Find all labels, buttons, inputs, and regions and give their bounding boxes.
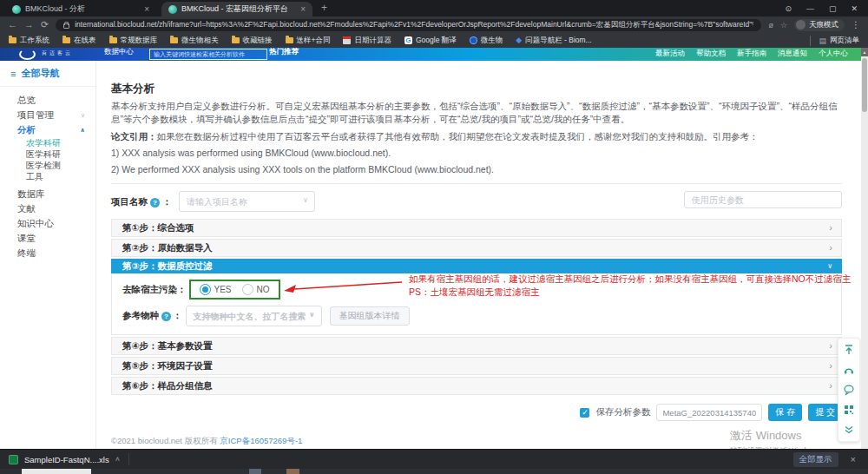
radio-no-label: NO: [257, 285, 270, 294]
radio-yes[interactable]: YES: [200, 284, 232, 295]
radio-no[interactable]: NO: [242, 284, 270, 295]
site-search-input[interactable]: 输入关键词快速检索相关分析软件: [149, 49, 267, 60]
folder-icon: [286, 37, 293, 43]
species-label: 参考物种: [122, 310, 159, 322]
help-icon[interactable]: ?: [150, 198, 160, 207]
bookmark-folder[interactable]: 微生物相关: [170, 36, 219, 46]
main-content: 基本分析 基本分析支持用户自定义参数进行分析。可自定义宏基因组基本分析的主要参数…: [111, 76, 842, 421]
save-params-checkbox[interactable]: ✓: [580, 408, 589, 418]
sidebar-item-classroom[interactable]: 课堂: [0, 231, 95, 246]
step-5-env-factors[interactable]: 第⑤步：环境因子设置›: [111, 357, 842, 375]
citation-ref-1: 1) XXX analysis was performed using BMKC…: [111, 148, 842, 159]
params-name-input[interactable]: [656, 404, 762, 421]
data-center-link[interactable]: 数据中心: [104, 48, 134, 57]
bmkcloud-favicon: [12, 5, 21, 14]
radio-selected-icon[interactable]: [200, 284, 211, 295]
address-bar[interactable]: international.biocloud.net/zh/iframe?url…: [56, 19, 761, 31]
bookmark-folder[interactable]: 在线表: [62, 36, 96, 46]
species-placeholder: 支持物种中文名、拉丁名搜索: [194, 311, 306, 323]
folder-icon: [9, 37, 16, 43]
help-icon[interactable]: ?: [161, 312, 171, 321]
step-4-basic-params[interactable]: 第④步：基本参数设置›: [111, 337, 842, 355]
browser-menu-icon[interactable]: ⋮: [852, 20, 860, 30]
bookmark-label: 在线表: [74, 36, 96, 46]
password-eye-icon[interactable]: ø: [768, 21, 773, 30]
bookmarks-bar: 工作系统 在线表 常规数据库 微生物相关 收藏链接 送样+合同 日期计算器 GG…: [0, 33, 868, 49]
sidebar-item-literature[interactable]: 文献: [0, 201, 95, 216]
download-file-name[interactable]: SampleID-FastqN....xls: [24, 455, 109, 464]
bookmark-folder[interactable]: 收藏链接: [232, 36, 273, 46]
radio-unselected-icon[interactable]: [242, 284, 253, 295]
chat-bubble-icon[interactable]: [843, 384, 855, 396]
double-chevron-down-icon[interactable]: [843, 424, 855, 436]
sidebar-item-terminal[interactable]: 终端: [0, 246, 95, 260]
reading-list-label: 网页清单: [830, 36, 859, 46]
sidebar-item-medical-research[interactable]: 医学科研: [0, 148, 95, 160]
step-2-raw-data-import[interactable]: 第②步：原始数据导入›: [111, 239, 842, 257]
sidebar-item-knowledge[interactable]: 知识中心: [0, 216, 95, 231]
sidebar-item-analysis[interactable]: 分析∧: [0, 122, 95, 137]
sidebar-item-overview[interactable]: 总览: [0, 93, 95, 108]
bookmark-star-icon[interactable]: ☆: [780, 21, 787, 30]
customer-service-icon[interactable]: [843, 364, 855, 376]
reading-list-button[interactable]: ▤网页清单: [810, 36, 859, 46]
nav-item[interactable]: 个人中心: [819, 49, 848, 59]
bookmark-folder[interactable]: 常规数据库: [109, 36, 158, 46]
bookmark-biom-nav[interactable]: ◆问题导航栏 - Biom...: [516, 36, 591, 46]
close-download-bar-icon[interactable]: ×: [851, 454, 856, 464]
tab-close-icon[interactable]: ×: [144, 4, 149, 14]
sidebar-item-tools[interactable]: 工具: [0, 171, 95, 182]
page-title: 基本分析: [111, 82, 842, 96]
show-all-downloads-button[interactable]: 全部显示: [793, 452, 838, 467]
sidebar-item-medical-testing[interactable]: 医学检测: [0, 160, 95, 171]
hot-recommend-link[interactable]: 热门推荐: [269, 48, 299, 57]
download-expand-icon[interactable]: ˄: [115, 455, 120, 464]
window-minimize-button[interactable]: —: [806, 4, 814, 13]
nav-item[interactable]: 新手指南: [737, 49, 766, 59]
bookmark-folder[interactable]: 送样+合同: [286, 36, 331, 46]
species-select[interactable]: 支持物种中文名、拉丁名搜索 ∨: [186, 306, 322, 326]
browser-update-icon[interactable]: ⊙: [785, 4, 792, 13]
bookmark-date-calculator[interactable]: 日期计算器: [343, 36, 391, 46]
all-nav-toggle[interactable]: ≡ 全部导航: [0, 61, 95, 87]
site-header-band: 百迈客云 数据中心 输入关键词快速检索相关分析软件 热门推荐 最新活动 帮助文档…: [0, 48, 861, 61]
browser-profile-chip[interactable]: 天痕模式: [794, 19, 845, 31]
save-params-label: 保存分析参数: [595, 406, 650, 418]
sidebar-item-project-mgmt[interactable]: 项目管理∨: [0, 108, 95, 122]
tab-close-icon[interactable]: ×: [300, 4, 306, 14]
tab-metagenome-active[interactable]: BMKCloud - 宏基因组分析平台 ×: [161, 2, 312, 16]
browser-toolbar: ← → ⟳ international.biocloud.net/zh/ifra…: [0, 16, 868, 33]
back-to-top-icon[interactable]: [843, 344, 855, 356]
tab-title: BMKCloud - 分析: [25, 3, 140, 15]
nav-item[interactable]: 最新活动: [655, 49, 685, 59]
icp-link[interactable]: 京ICP备16057269号-1: [220, 436, 302, 445]
scrollbar-up-icon[interactable]: ▲: [861, 48, 868, 56]
qr-code-icon[interactable]: [843, 404, 855, 416]
bookmark-microbe[interactable]: 微生物: [470, 36, 503, 46]
nav-item[interactable]: 帮助文档: [696, 49, 726, 59]
annotation-line-2: PS：土壤宏基因组无需过滤宿主: [409, 286, 851, 299]
reading-list-icon: ▤: [819, 36, 826, 45]
forward-icon[interactable]: →: [24, 20, 34, 30]
nav-item[interactable]: 消息通知: [778, 49, 807, 59]
folder-icon: [109, 37, 117, 43]
bookmark-google-translate[interactable]: GGoogle 翻译: [404, 36, 457, 46]
sidebar-item-agri-research[interactable]: 农学科研: [0, 137, 95, 148]
genome-version-button[interactable]: 基因组版本详情: [330, 306, 410, 326]
step-1-general-options[interactable]: 第①步：综合选项›: [111, 219, 842, 237]
save-button[interactable]: 保 存: [768, 404, 802, 421]
scrollbar-thumb[interactable]: [862, 58, 867, 112]
bookmark-folder[interactable]: 工作系统: [9, 36, 49, 46]
new-tab-button[interactable]: +: [321, 2, 327, 14]
project-name-select[interactable]: 请输入项目名称 ∨: [179, 191, 315, 212]
window-close-button[interactable]: ✕: [851, 4, 858, 13]
page-scrollbar[interactable]: ▲: [861, 48, 868, 450]
step-3-qc-filter-active[interactable]: 第③步：数据质控过滤∨: [111, 259, 842, 273]
back-icon[interactable]: ←: [8, 20, 17, 30]
history-params-input[interactable]: [684, 191, 842, 208]
window-maximize-button[interactable]: ▢: [829, 4, 837, 13]
refresh-icon[interactable]: ⟳: [41, 20, 49, 30]
sidebar-item-database[interactable]: 数据库: [0, 187, 95, 201]
tab-analysis[interactable]: BMKCloud - 分析 ×: [5, 2, 156, 16]
step-6-sample-grouping[interactable]: 第⑥步：样品分组信息›: [111, 377, 842, 395]
